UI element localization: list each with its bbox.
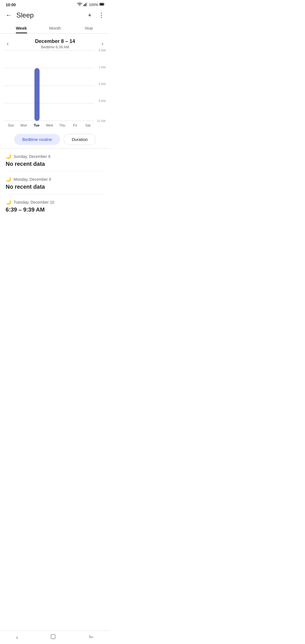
duration-button[interactable]: Duration [64,134,96,145]
sleep-chart: 6 AM 7 AM 8 AM 9 AM 10 AM Sun Mon Tue We… [5,50,106,129]
battery-text: 100% [89,3,98,7]
x-label-tue: Tue [30,123,43,127]
add-button[interactable]: + [87,10,93,20]
entry-header-mon: 🌙 Monday, December 9 [6,177,104,182]
tabs-container: Week Month Year [0,22,110,34]
bar-col-wed [43,50,56,121]
week-title: December 8 – 14 Bedtime 6:39 AM [35,38,75,49]
header-left: ← Sleep [5,10,34,20]
bedtime-routine-button[interactable]: Bedtime routine [14,134,60,145]
battery-icon [99,2,104,7]
more-button[interactable]: ⋮ [97,10,106,20]
entry-date-mon: Monday, December 9 [14,177,51,182]
x-label-sat: Sat [82,123,94,127]
entry-header-tue: 🌙 Tuesday, December 10 [6,199,104,205]
entry-data-mon: No recent data [6,184,104,190]
chart-x-labels: Sun Mon Tue Wed Thu Fri Sat [5,121,94,129]
status-time: 10:00 [6,3,16,7]
page-title: Sleep [16,11,34,19]
svg-rect-7 [100,3,104,5]
sleep-entry-sun: 🌙 Sunday, December 8 No recent data [6,149,104,171]
y-label-7am: 7 AM [99,66,106,69]
moon-icon-sun: 🌙 [6,154,11,159]
svg-rect-6 [104,4,104,5]
y-label-9am: 9 AM [99,99,106,103]
y-label-6am: 6 AM [99,49,106,52]
entry-data-sun: No recent data [6,161,104,167]
header-right: + ⋮ [87,10,106,20]
bar-col-fri [68,50,80,121]
prev-week-button[interactable]: ‹ [5,38,11,49]
tab-month[interactable]: Month [38,22,72,33]
next-week-button[interactable]: › [99,38,106,49]
sleep-entry-mon: 🌙 Monday, December 9 No recent data [6,171,104,194]
svg-rect-2 [84,4,85,6]
bar-col-mon [19,50,31,121]
status-bar: 10:00 100% [0,0,110,8]
x-label-sun: Sun [5,123,17,127]
bar-col-thu [56,50,68,121]
sleep-entries: 🌙 Sunday, December 8 No recent data 🌙 Mo… [0,149,110,217]
sleep-entry-tue: 🌙 Tuesday, December 10 6:39 – 9:39 AM [6,194,104,217]
bar-col-sun [6,50,19,121]
x-label-wed: Wed [43,123,56,127]
svg-rect-1 [83,5,84,6]
moon-icon-tue: 🌙 [6,199,11,205]
bar-tue [34,68,40,121]
svg-rect-3 [85,3,86,6]
entry-header-sun: 🌙 Sunday, December 8 [6,154,104,159]
signal-icon [83,2,88,7]
y-label-8am: 8 AM [99,82,106,86]
entry-data-tue: 6:39 – 9:39 AM [6,206,104,213]
toggle-buttons: Bedtime routine Duration [0,129,110,148]
header: ← Sleep + ⋮ [0,8,110,22]
x-label-mon: Mon [17,123,30,127]
chart-y-labels: 6 AM 7 AM 8 AM 9 AM 10 AM [94,50,106,121]
week-nav: ‹ December 8 – 14 Bedtime 6:39 AM › [0,34,110,50]
svg-rect-4 [86,2,87,6]
tab-year[interactable]: Year [72,22,106,33]
week-range: December 8 – 14 [35,38,75,44]
bar-col-sat [80,50,93,121]
entry-date-sun: Sunday, December 8 [14,154,50,159]
svg-point-0 [79,5,80,6]
y-label-10am: 10 AM [97,119,106,123]
status-icons: 100% [77,2,104,7]
entry-date-tue: Tuesday, December 10 [14,200,54,204]
x-label-thu: Thu [56,123,69,127]
chart-bars [5,50,94,121]
x-label-fri: Fri [69,123,81,127]
back-button[interactable]: ← [5,10,13,20]
tab-week[interactable]: Week [5,22,38,33]
wifi-icon [77,2,82,7]
bedtime-subtitle: Bedtime 6:39 AM [35,45,75,49]
bar-col-tue [31,50,43,121]
moon-icon-mon: 🌙 [6,177,11,182]
